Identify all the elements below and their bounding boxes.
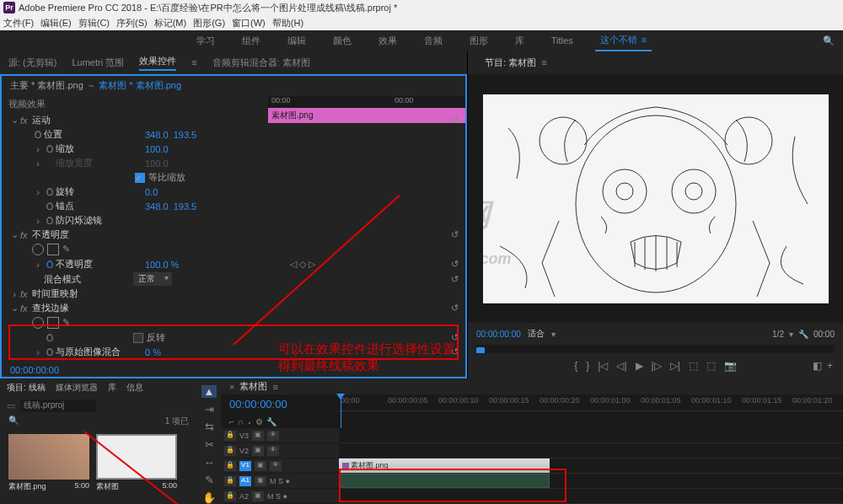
marker-icon[interactable]: ⬩ [247, 417, 252, 426]
stopwatch-icon[interactable]: Ö [44, 187, 56, 197]
wrench-icon[interactable]: 🔧 [798, 330, 808, 339]
effect-find-edges[interactable]: ⌄ fx 查找边缘 ↺ [8, 301, 459, 315]
track-lock-icon[interactable]: 🔒 [224, 446, 236, 456]
toggle-icon[interactable]: › [8, 289, 20, 299]
anchor-x[interactable]: 348.0 [145, 201, 169, 212]
track-audio-controls[interactable]: M S ● [267, 492, 287, 501]
ws-audio[interactable]: 音频 [419, 31, 448, 51]
track-eye-icon[interactable]: 👁 [267, 431, 279, 441]
effect-motion[interactable]: ⌄ fx 运动 ↺ [8, 113, 459, 127]
tab-audio-mixer[interactable]: 音频剪辑混合器: 素材图 [212, 56, 310, 69]
preview-timecode[interactable]: 00:00:00:00 [476, 330, 521, 339]
track-lock-icon[interactable]: 🔒 [224, 476, 236, 486]
compare-icon[interactable]: ◧ [813, 360, 822, 372]
track-output-icon[interactable]: ▣ [255, 461, 266, 471]
menu-edit[interactable]: 编辑(E) [40, 17, 72, 29]
toggle-icon[interactable]: › [32, 260, 44, 270]
tl-x-icon[interactable]: × [229, 382, 234, 392]
rect-mask-icon[interactable] [47, 244, 59, 255]
fraction-label[interactable]: 1/2 [772, 330, 784, 339]
tab-info[interactable]: 信息 [126, 382, 143, 394]
filter-icon[interactable]: 🔍 [8, 416, 19, 425]
play-icon[interactable]: ▶ [636, 360, 643, 372]
toggle-icon[interactable]: › [32, 216, 44, 226]
plus-icon[interactable]: + [827, 360, 833, 372]
search-icon[interactable]: 🔍 [823, 35, 835, 46]
effects-timecode[interactable]: 00:00:00:00 [10, 365, 59, 375]
bin-icon[interactable]: ▭ [7, 400, 15, 411]
stopwatch-icon[interactable]: Ö [44, 144, 56, 154]
step-back-icon[interactable]: ◁| [616, 360, 626, 372]
settings-icon[interactable]: ⚙ [255, 417, 263, 426]
pen-mask-icon[interactable]: ✎ [62, 244, 70, 255]
prev-frame-icon[interactable]: |◁ [598, 360, 608, 372]
reset-icon[interactable]: ↺ [451, 229, 459, 240]
selection-tool-icon[interactable]: ▲ [201, 385, 217, 398]
timeline-timecode[interactable]: 00:00:00:00 [221, 394, 339, 416]
ws-library[interactable]: 库 [510, 31, 529, 51]
mark-out-icon[interactable]: } [586, 360, 589, 372]
ellipse-mask-icon[interactable] [32, 244, 44, 255]
stopwatch-icon[interactable]: Ö [44, 216, 56, 226]
menu-file[interactable]: 文件(F) [3, 17, 34, 29]
track-a2[interactable]: 🔒 A2 ▣ M S ● [221, 489, 339, 504]
ripple-tool-icon[interactable]: ⇆ [201, 421, 217, 433]
track-lock-icon[interactable]: 🔒 [224, 431, 236, 441]
track-v3[interactable]: 🔒 V3 ▣ 👁 [221, 428, 339, 443]
panel-menu-icon[interactable]: ≡ [272, 382, 277, 392]
ws-active[interactable]: 这个不错 ≡ [595, 30, 652, 51]
position-y[interactable]: 193.5 [174, 130, 197, 140]
anchor-y[interactable]: 193.5 [174, 201, 197, 212]
ws-effects[interactable]: 效果 [373, 31, 402, 51]
position-x[interactable]: 348.0 [145, 130, 169, 140]
reset-icon[interactable]: ↺ [451, 303, 459, 314]
keyframe-nav[interactable]: ◁ ◇ ▷ [290, 259, 315, 270]
track-eye-icon[interactable]: 👁 [267, 446, 279, 456]
menu-clip[interactable]: 剪辑(C) [78, 17, 110, 29]
tab-media-browser[interactable]: 媒体浏览器 [56, 382, 98, 394]
track-audio-controls[interactable]: M S ● [270, 477, 290, 485]
track-content-v2[interactable] [339, 443, 843, 458]
menu-markers[interactable]: 标记(M) [154, 17, 187, 29]
effect-opacity[interactable]: ⌄ fx 不透明度 ↺ [8, 228, 459, 242]
menu-sequence[interactable]: 序列(S) [116, 17, 148, 29]
reset-icon[interactable]: ↺ [451, 274, 459, 285]
rotation-value[interactable]: 0.0 [145, 187, 158, 197]
ws-titles[interactable]: Titles [546, 32, 578, 49]
toggle-icon[interactable]: › [32, 144, 44, 154]
uniform-checkbox[interactable]: ✓ [135, 173, 145, 183]
toggle-icon[interactable]: › [32, 187, 44, 197]
scale-value[interactable]: 100.0 [145, 144, 169, 154]
preview-tab-label[interactable]: 节目: 素材图 [485, 56, 536, 69]
wrench-icon[interactable]: 🔧 [266, 417, 277, 426]
tab-effect-controls[interactable]: 效果控件 [139, 55, 176, 71]
track-a1[interactable]: 🔒 A1 ▣ M S ● [221, 474, 339, 489]
toggle-icon[interactable]: ⌄ [8, 303, 20, 314]
track-lock-icon[interactable]: 🔒 [224, 461, 236, 471]
hand-tool-icon[interactable]: ✋ [201, 491, 217, 504]
mark-in-icon[interactable]: { [574, 360, 577, 372]
blend-dropdown[interactable]: 正常 [133, 272, 172, 286]
ws-graphics[interactable]: 图形 [464, 31, 493, 51]
toggle-icon[interactable]: › [32, 158, 44, 169]
track-v2[interactable]: 🔒 V2 ▣ 👁 [221, 443, 339, 458]
track-v1[interactable]: 🔒 V1 ▣ 👁 [221, 458, 339, 474]
ws-color[interactable]: 颜色 [328, 31, 357, 51]
preview-viewport[interactable]: GX/网system.com [468, 74, 843, 323]
pen-tool-icon[interactable]: ✎ [201, 474, 217, 486]
track-eye-icon[interactable]: 👁 [270, 461, 282, 471]
reset-icon[interactable]: ↺ [451, 259, 459, 270]
track-output-icon[interactable]: ▣ [252, 431, 264, 441]
extract-icon[interactable]: ⬚ [706, 360, 716, 372]
track-v1-label[interactable]: V1 [239, 461, 251, 471]
track-a1-label[interactable]: A1 [239, 476, 251, 486]
toggle-icon[interactable]: ⌄ [8, 229, 20, 240]
reset-icon[interactable]: ↺ [451, 115, 459, 126]
slip-tool-icon[interactable]: ↔ [201, 456, 217, 469]
tab-project[interactable]: 项目: 线稿 [7, 382, 46, 394]
bc-current[interactable]: 素材图 * 素材图.png [99, 79, 181, 92]
ws-assembly[interactable]: 组件 [237, 31, 266, 51]
track-output-icon[interactable]: ▣ [252, 446, 264, 456]
track-output-icon[interactable]: ▣ [252, 491, 264, 501]
bc-master[interactable]: 主要 * 素材图.png [10, 79, 83, 92]
